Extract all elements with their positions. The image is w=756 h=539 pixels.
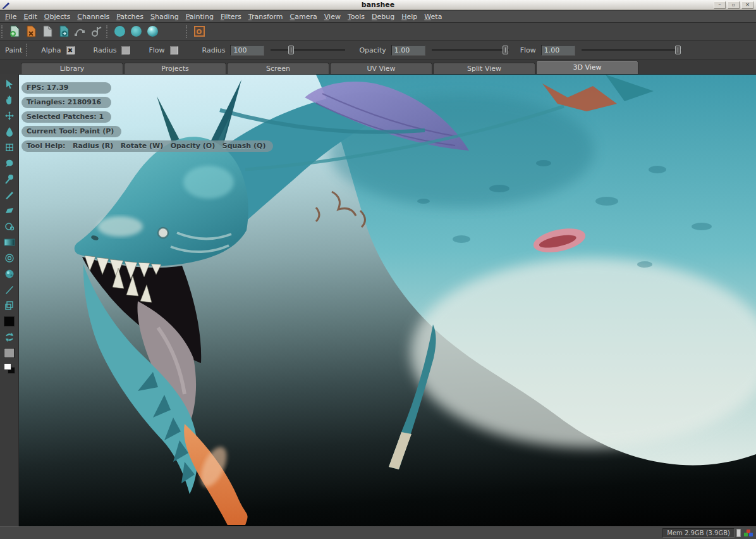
line-tool-button[interactable] — [2, 282, 17, 297]
menu-help[interactable]: Help — [401, 13, 417, 21]
menu-view[interactable]: View — [324, 13, 341, 21]
close-project-button[interactable] — [23, 24, 39, 39]
import-project-button[interactable] — [56, 24, 72, 39]
mesh-grid-icon — [4, 142, 15, 152]
flow-toggle-label: Flow — [149, 46, 164, 54]
move-arrows-icon — [4, 111, 15, 121]
foreground-color-swatch[interactable] — [2, 313, 17, 329]
gradient-tool-button[interactable] — [2, 234, 17, 250]
3d-viewport-canvas[interactable]: FPS: 17.39 Triangles: 2180916 Selected P… — [19, 74, 756, 526]
paint-properties-bar: Paint Alpha ✖ Radius Flow Radius Opacity… — [0, 41, 756, 59]
menu-shading[interactable]: Shading — [150, 13, 179, 21]
close-button[interactable]: ✕ — [741, 1, 753, 9]
alpha-label: Alpha — [41, 46, 61, 54]
tab-library[interactable]: Library — [21, 63, 123, 74]
graph-tool-button[interactable] — [88, 24, 105, 39]
flow-label: Flow — [520, 46, 536, 54]
open-project-button[interactable] — [39, 24, 56, 39]
toolbar-handle[interactable] — [106, 25, 109, 38]
paintbar-handle[interactable] — [26, 44, 28, 56]
toolbar-handle[interactable] — [186, 25, 188, 38]
full-shading-icon — [147, 26, 158, 37]
tab-projects[interactable]: Projects — [124, 63, 226, 74]
minimize-button[interactable]: – — [714, 1, 726, 9]
menu-file[interactable]: File — [5, 13, 16, 21]
projection-mode-button[interactable] — [191, 24, 207, 39]
pan-tool-button[interactable] — [2, 92, 17, 108]
new-project-icon — [9, 25, 20, 37]
radius-slider[interactable] — [271, 46, 345, 54]
opacity-slider[interactable] — [432, 46, 509, 54]
smear-blob-icon — [4, 158, 15, 168]
menu-objects[interactable]: Objects — [44, 13, 71, 21]
pin-tool-button[interactable] — [2, 171, 17, 187]
menu-patches[interactable]: Patches — [116, 13, 143, 21]
reset-colors-icon — [4, 363, 15, 374]
open-project-icon — [42, 25, 53, 37]
flow-toggle-checkbox[interactable] — [170, 46, 178, 54]
new-project-button[interactable] — [6, 24, 23, 39]
menu-camera[interactable]: Camera — [290, 13, 317, 21]
menu-debug[interactable]: Debug — [372, 13, 394, 21]
tool-name-label: Paint — [5, 46, 22, 54]
import-project-icon — [59, 25, 70, 37]
radius-input[interactable] — [230, 45, 264, 56]
circle-select-tool-button[interactable] — [2, 250, 17, 266]
drop-tool-button[interactable] — [2, 123, 17, 139]
opacity-input[interactable] — [391, 45, 425, 56]
statusbar-grip[interactable] — [736, 529, 741, 537]
radius-label: Radius — [202, 46, 226, 54]
hud-fps: FPS: 17.39 — [21, 82, 111, 94]
brush-stroke-icon — [4, 190, 15, 200]
alpha-checkbox[interactable]: ✖ — [66, 46, 75, 54]
background-color-icon — [4, 348, 15, 358]
tab-3d-view[interactable]: 3D View — [536, 60, 638, 74]
gradient-icon — [4, 238, 15, 247]
maximize-button[interactable]: ▫ — [728, 1, 740, 9]
brush-tool-button[interactable] — [2, 187, 17, 202]
sphere-paint-tool-button[interactable] — [2, 266, 17, 282]
color-manager-icon[interactable] — [744, 530, 753, 536]
main-toolbar — [0, 23, 756, 40]
menu-transform[interactable]: Transform — [248, 13, 283, 21]
hud-selected-patches: Selected Patches: 1 — [21, 111, 111, 123]
viewport-hud: FPS: 17.39 Triangles: 2180916 Selected P… — [21, 82, 273, 152]
tab-screen[interactable]: Screen — [227, 63, 329, 74]
opacity-slider-handle[interactable] — [503, 46, 508, 54]
flow-slider-handle[interactable] — [675, 46, 681, 54]
path-tool-button[interactable] — [72, 24, 88, 39]
opacity-label: Opacity — [359, 46, 386, 54]
basic-shading-button[interactable] — [128, 24, 144, 39]
flow-input[interactable] — [541, 45, 575, 56]
tool-sidebar — [0, 74, 19, 526]
flat-shading-button[interactable] — [111, 24, 128, 39]
tab-split-view[interactable]: Split View — [433, 63, 535, 74]
flow-slider[interactable] — [582, 46, 681, 54]
tab-uv-view[interactable]: UV View — [330, 63, 432, 74]
graph-tool-icon — [90, 26, 103, 37]
hud-current-tool: Current Tool: Paint (P) — [21, 126, 121, 137]
menu-edit[interactable]: Edit — [23, 13, 37, 21]
smear-tool-button[interactable] — [2, 155, 17, 171]
full-shading-button[interactable] — [144, 24, 161, 39]
eraser-icon — [4, 206, 15, 216]
swap-colors-button[interactable] — [2, 329, 17, 345]
clone-tool-button[interactable] — [2, 218, 17, 234]
select-tool-button[interactable] — [2, 76, 17, 92]
copy-patch-tool-button[interactable] — [2, 297, 17, 313]
move-tool-button[interactable] — [2, 108, 17, 123]
menu-filters[interactable]: Filters — [221, 13, 241, 21]
menu-channels[interactable]: Channels — [77, 13, 109, 21]
background-color-swatch[interactable] — [2, 345, 17, 361]
radius-slider-handle[interactable] — [288, 46, 294, 54]
path-tool-icon — [74, 26, 87, 37]
mesh-tool-button[interactable] — [2, 139, 17, 155]
radius-toggle-checkbox[interactable] — [121, 46, 130, 54]
reset-colors-button[interactable] — [2, 361, 17, 376]
status-bar: Mem 2.9GB (3.9GB) — [0, 526, 756, 539]
toolbar-handle[interactable] — [1, 25, 4, 38]
menu-tools[interactable]: Tools — [348, 13, 365, 21]
menu-painting[interactable]: Painting — [186, 13, 214, 21]
menu-weta[interactable]: Weta — [424, 13, 442, 21]
eraser-tool-button[interactable] — [2, 202, 17, 218]
